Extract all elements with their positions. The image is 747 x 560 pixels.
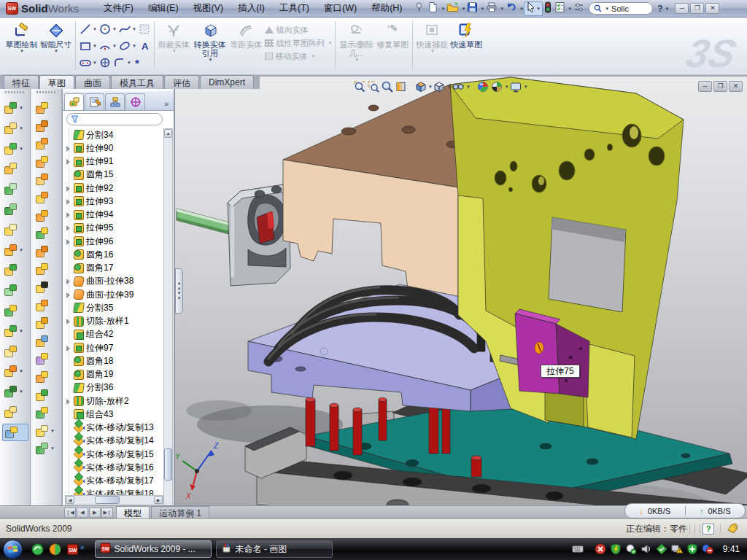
feature-tool-button[interactable] [34,314,60,332]
expand-icon[interactable] [65,158,71,165]
expand-icon[interactable] [65,198,71,205]
tree-item[interactable]: 拉伸97 [65,341,163,354]
taskbar-clock[interactable]: 9:41 [723,544,740,554]
tree-filter-input[interactable] [66,113,163,125]
expand-icon[interactable] [65,278,71,284]
minimize-button[interactable]: ─ [675,3,689,14]
feature-tool-button[interactable] [2,424,28,441]
tree-item[interactable]: 组合43 [65,408,163,421]
feature-tool-button[interactable] [2,281,28,299]
tree-item[interactable]: 拉伸94 [65,209,163,222]
feature-tool-button[interactable] [34,297,60,314]
close-button[interactable]: ✕ [705,3,719,14]
panel-overflow-button[interactable]: » [164,99,172,110]
tag-icon[interactable] [727,524,740,534]
zoom-fit-button[interactable] [352,79,366,93]
smart-dimension-button[interactable]: 智能尺寸 ▼ [39,19,73,53]
rapid-sketch-button[interactable]: 快速草图 [449,19,484,49]
pin-button[interactable] [412,1,426,16]
mirror-entities-button[interactable]: 镜向实体 [265,23,333,36]
taskbar-task-1[interactable]: SWSolidWorks 2009 - ... [95,540,212,558]
security-alert-icon[interactable] [595,543,606,555]
tab-特征[interactable]: 特征 [4,75,39,89]
expand-icon[interactable] [65,318,71,324]
sketch-fillet-tool[interactable]: ▼ [112,56,132,69]
feature-tool-button[interactable] [34,207,60,225]
expand-icon[interactable] [65,345,71,351]
apply-scene-button[interactable] [490,79,504,93]
magnify-button[interactable] [380,79,394,93]
offset-entities-button[interactable]: 等距实体 [229,19,263,49]
move-entities-button[interactable]: 移动实体 ▼ [265,50,333,63]
last-tab-icon[interactable]: ▶❘ [101,508,113,518]
edit-appearance-button[interactable] [476,79,490,93]
arc-tool[interactable]: ▼ [98,39,117,52]
feature-tool-button[interactable] [2,403,28,421]
feature-tool-button[interactable] [2,160,28,177]
configuration-manager-tab[interactable] [105,93,125,110]
tree-item[interactable]: 圆角16 [65,248,163,261]
solidworks-launcher-icon[interactable]: SW [66,543,79,556]
status-help-button[interactable]: ? [703,524,714,534]
feature-tool-button[interactable] [34,117,60,135]
expand-icon[interactable] [65,225,71,231]
rectangle-tool[interactable]: ▼ [78,39,98,52]
scrollbar-thumb[interactable] [95,496,120,504]
feature-tool-button[interactable] [2,221,28,238]
expand-icon[interactable] [65,211,71,218]
spline-tool[interactable]: ▼ [117,23,137,36]
menu-3[interactable]: 插入(I) [231,0,272,17]
tree-item[interactable]: 切除-放样1 [65,315,163,328]
tab-草图[interactable]: 草图 [39,75,74,89]
menu-4[interactable]: 工具(T) [272,0,317,17]
feature-tool-button[interactable] [34,99,60,117]
slot-tool[interactable]: ▼ [78,56,98,69]
tree-item[interactable]: 拉伸96 [65,235,163,248]
feature-tool-button[interactable]: ▼ [2,120,28,137]
repair-sketch-button[interactable]: + 修复草图 [376,19,410,49]
tree-item[interactable]: 实体-移动/复制16 [65,461,163,474]
feature-tool-button[interactable] [34,332,60,350]
linear-pattern-button[interactable]: 线性草图阵列 ▼ [265,36,333,50]
line-tool[interactable]: ▼ [78,23,98,36]
antivirus-shield-icon[interactable] [610,543,622,555]
quick-launch-overflow-icon[interactable]: » [80,543,85,551]
feature-tool-button[interactable] [2,302,28,319]
expand-icon[interactable] [65,145,71,152]
feature-manager-tab[interactable] [64,93,84,110]
sketch-button[interactable]: 草图绘制 ▼ [4,19,39,53]
toolbar-grip[interactable] [36,91,56,93]
feature-tool-button[interactable] [34,368,60,386]
scroll-right-icon[interactable]: ▶ [154,496,163,504]
zoom-area-button[interactable] [366,79,380,93]
doc-tab-模型[interactable]: 模型 [116,506,150,518]
expand-icon[interactable] [65,398,71,405]
menu-5[interactable]: 窗口(W) [317,0,364,17]
feature-tool-button[interactable]: ▼ [2,362,28,380]
convert-entities-button[interactable]: 转换实体引用 ▼ [191,19,229,62]
property-manager-tab[interactable] [85,93,104,110]
feature-tool-button[interactable]: ▼ [2,383,28,400]
expand-icon[interactable] [65,238,71,245]
trim-entities-button[interactable]: 剪裁实体 ▼ [157,19,191,53]
tree-item[interactable]: 组合42 [65,328,163,341]
expand-icon[interactable] [65,185,71,192]
menu-2[interactable]: 视图(V) [186,0,231,17]
scroll-left-icon[interactable]: ◀ [66,496,74,504]
print-button[interactable] [484,1,499,16]
view-settings-button[interactable] [509,79,523,93]
safely-remove-icon[interactable] [656,543,667,555]
feature-tool-button[interactable] [34,386,60,404]
tree-vertical-scrollbar[interactable]: ▲ ▼ [163,128,173,536]
help-button[interactable]: ? [656,4,664,14]
tree-item[interactable]: 拉伸95 [65,222,163,235]
feature-tool-button[interactable] [34,279,60,296]
dropdown-icon[interactable]: ▼ [524,85,528,89]
open-button[interactable] [445,1,460,16]
tree-item[interactable]: 拉伸92 [65,182,163,195]
menu-1[interactable]: 编辑(E) [141,0,186,17]
panel-splitter-handle[interactable]: ▲▲▼▼ [175,268,183,314]
sync-status-icon[interactable] [702,543,713,555]
dimxpert-manager-tab[interactable] [125,93,145,110]
next-tab-icon[interactable]: ▶ [89,508,101,518]
